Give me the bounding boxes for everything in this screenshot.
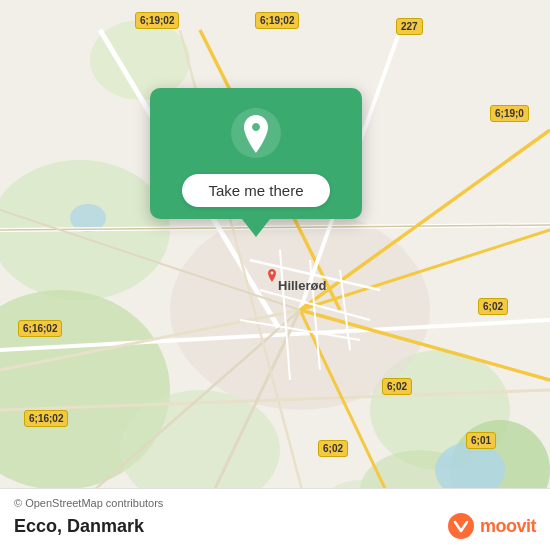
road-badge-10: 6;01 [466,432,496,449]
road-badge-9: 6;02 [318,440,348,457]
city-label: Hillerød [278,278,326,293]
moovit-logo: moovit [447,512,536,540]
road-badge-5: 6;16;02 [18,320,62,337]
place-country: Danmark [67,516,144,536]
road-badge-6: 6;16;02 [24,410,68,427]
road-badge-3: 227 [396,18,423,35]
small-map-pin [264,268,280,284]
bottom-bar: © OpenStreetMap contributors Ecco, Danma… [0,488,550,550]
moovit-icon [447,512,475,540]
road-badge-8: 6;02 [382,378,412,395]
road-badge-1: 6;19;02 [135,12,179,29]
map-attribution: © OpenStreetMap contributors [14,497,536,509]
location-icon-wrap [229,106,283,160]
take-me-there-button[interactable]: Take me there [182,174,329,207]
location-pin-icon [230,107,282,159]
popup-card: Take me there [150,88,362,219]
map-container: 6;19;02 6;19;02 227 6;19;0 6;16;02 6;16;… [0,0,550,550]
place-info: Ecco, Danmark moovit [14,512,536,540]
place-name: Ecco, Danmark [14,516,144,537]
svg-point-35 [448,513,474,539]
place-comma: , [57,516,67,536]
moovit-text: moovit [480,516,536,537]
place-name-short: Ecco [14,516,57,536]
road-badge-2: 6;19;02 [255,12,299,29]
road-badge-7: 6;02 [478,298,508,315]
road-badge-4: 6;19;0 [490,105,529,122]
